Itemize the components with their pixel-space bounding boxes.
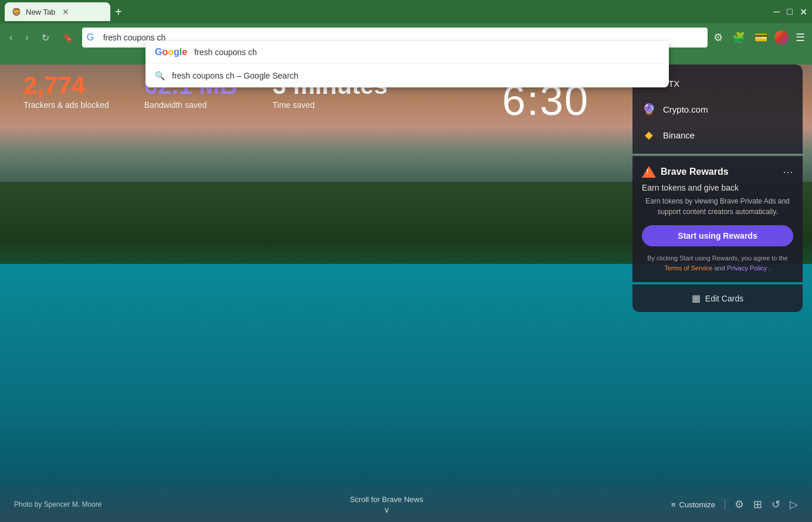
window-controls: ─ □ ✕ xyxy=(773,6,807,18)
google-icon: G xyxy=(87,32,94,43)
camera-bottom-icon[interactable]: ▷ xyxy=(790,498,798,511)
tab-favicon: 🦁 xyxy=(12,8,21,16)
settings-icon[interactable]: ⚙ xyxy=(711,29,725,46)
google-logo: Google xyxy=(155,47,187,57)
title-bar: 🦁 New Tab ✕ + ─ □ ✕ xyxy=(0,0,812,23)
rewards-menu-button[interactable]: ⋯ xyxy=(783,165,793,178)
edit-cards-button[interactable]: ▦ Edit Cards xyxy=(632,284,803,312)
crypto-com-name: Crypto.com xyxy=(663,104,708,114)
rewards-and-text: and xyxy=(714,265,726,272)
suggestion-text: fresh coupons ch – Google Search xyxy=(172,71,299,80)
scroll-arrow-icon: ∨ xyxy=(384,505,390,514)
close-button[interactable]: ✕ xyxy=(800,6,807,18)
bandwidth-label: Bandwidth saved xyxy=(144,100,238,110)
brave-rewards-icon xyxy=(642,166,656,178)
crypto-com-link[interactable]: 🔮 Crypto.com xyxy=(642,97,793,121)
trackers-label: Trackers & ads blocked xyxy=(23,100,109,110)
search-dropdown: Google fresh coupons ch 🔍 fresh coupons … xyxy=(146,41,669,87)
tab-close-button[interactable]: ✕ xyxy=(62,7,69,16)
customize-icon: ≡ xyxy=(671,500,676,509)
search-input-text: fresh coupons ch xyxy=(194,48,257,57)
brave-rewards-card: Brave Rewards ⋯ Earn tokens and give bac… xyxy=(632,156,803,282)
rewards-period: . xyxy=(769,265,770,272)
scroll-for-news[interactable]: Scroll for Brave News ∨ xyxy=(350,495,423,514)
history-bottom-icon[interactable]: ↺ xyxy=(772,498,780,511)
rewards-description: Earn tokens by viewing Brave Private Ads… xyxy=(642,196,793,217)
reload-button[interactable]: ↻ xyxy=(37,30,54,46)
start-rewards-button[interactable]: Start using Rewards xyxy=(642,225,793,246)
search-magnifier-icon: 🔍 xyxy=(155,71,165,80)
dropdown-header: Google fresh coupons ch xyxy=(146,41,669,64)
trackers-stat: 2,774 Trackers & ads blocked xyxy=(23,73,109,110)
extensions-icon[interactable]: 🧩 xyxy=(730,29,747,46)
scroll-text: Scroll for Brave News xyxy=(350,495,423,504)
time-label: Time saved xyxy=(273,100,388,110)
forward-button[interactable]: › xyxy=(21,30,33,45)
customize-label: Customize xyxy=(679,500,715,509)
edit-cards-label: Edit Cards xyxy=(705,294,743,303)
edit-cards-icon: ▦ xyxy=(692,293,701,304)
minimize-button[interactable]: ─ xyxy=(773,6,780,17)
toolbar-right: ⚙ 🧩 💳 ☰ xyxy=(711,29,807,46)
bottom-right: ≡ Customize ⚙ ⊞ ↺ ▷ xyxy=(671,498,798,511)
rewards-footer: By clicking Start using Rewards, you agr… xyxy=(642,253,793,273)
rewards-title: Brave Rewards xyxy=(661,167,729,177)
new-tab-button[interactable]: + xyxy=(115,6,122,18)
rewards-title-row: Brave Rewards xyxy=(642,166,729,178)
bottom-divider xyxy=(725,499,725,510)
binance-name: Binance xyxy=(663,130,695,140)
menu-icon[interactable]: ☰ xyxy=(793,29,807,46)
photo-credit: Photo by Spencer M. Moore xyxy=(14,500,102,509)
tab-title: New Tab xyxy=(26,8,55,16)
maximize-button[interactable]: □ xyxy=(787,6,793,17)
customize-button[interactable]: ≡ Customize xyxy=(671,500,715,509)
terms-of-service-link[interactable]: Terms of Service xyxy=(665,265,713,272)
bookmark-bottom-icon[interactable]: ⊞ xyxy=(753,498,762,511)
settings-bottom-icon[interactable]: ⚙ xyxy=(735,498,744,511)
trackers-count: 2,774 xyxy=(23,73,109,98)
rewards-footer-text: By clicking Start using Rewards, you agr… xyxy=(647,255,788,262)
binance-logo: ◆ xyxy=(642,128,656,142)
rewards-subtitle: Earn tokens and give back xyxy=(642,183,793,192)
bottom-bar: Photo by Spencer M. Moore Scroll for Bra… xyxy=(0,487,812,522)
privacy-policy-link[interactable]: Privacy Policy xyxy=(727,265,767,272)
rewards-header: Brave Rewards ⋯ xyxy=(642,165,793,178)
brave-profile-icon[interactable] xyxy=(774,30,789,45)
right-panel: FTX FTX 🔮 Crypto.com ◆ Binance Brave Rew… xyxy=(632,65,803,312)
active-tab[interactable]: 🦁 New Tab ✕ xyxy=(5,2,110,21)
wallet-icon[interactable]: 💳 xyxy=(752,29,770,46)
binance-link[interactable]: ◆ Binance xyxy=(642,123,793,147)
search-suggestion[interactable]: 🔍 fresh coupons ch – Google Search xyxy=(146,64,669,87)
back-button[interactable]: ‹ xyxy=(5,30,17,45)
crypto-com-logo: 🔮 xyxy=(642,102,656,116)
bookmark-button[interactable]: 🔖 xyxy=(57,30,79,46)
